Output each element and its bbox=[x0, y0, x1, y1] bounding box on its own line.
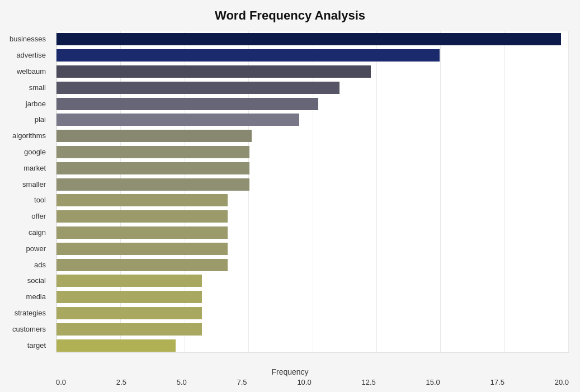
x-tick-label: 0.0 bbox=[56, 378, 66, 386]
bar bbox=[56, 243, 228, 255]
bar-row bbox=[56, 210, 568, 223]
y-axis-label: google bbox=[24, 148, 50, 156]
bar bbox=[56, 82, 339, 94]
x-tick-label: 12.5 bbox=[361, 378, 375, 386]
bar-row bbox=[56, 49, 568, 62]
x-tick-label: 7.5 bbox=[237, 378, 247, 386]
y-axis-label: tool bbox=[34, 196, 50, 204]
x-tick-label: 5.0 bbox=[177, 378, 187, 386]
bar bbox=[56, 226, 228, 239]
y-axis-label: caign bbox=[29, 228, 50, 237]
y-axis-label: social bbox=[27, 276, 50, 285]
y-axis: businessesadvertisewelbaumsmalljarboepla… bbox=[0, 31, 53, 353]
x-axis-label: Frequency bbox=[0, 367, 580, 376]
chart-title: Word Frequency Analysis bbox=[0, 8, 580, 23]
bar bbox=[56, 210, 228, 223]
y-axis-label: algorithms bbox=[12, 131, 50, 140]
bar bbox=[56, 49, 440, 62]
bar bbox=[56, 98, 318, 110]
bar bbox=[56, 65, 371, 78]
bar bbox=[56, 291, 202, 303]
bar bbox=[56, 130, 252, 142]
y-axis-label: market bbox=[23, 163, 50, 172]
chart-area bbox=[56, 31, 569, 353]
x-tick-label: 15.0 bbox=[426, 378, 440, 386]
bar-row bbox=[56, 194, 568, 206]
bar-row bbox=[56, 33, 568, 45]
y-axis-label: welbaum bbox=[17, 67, 50, 75]
bar-row bbox=[56, 146, 568, 158]
bar-row bbox=[56, 307, 568, 319]
bar-row bbox=[56, 275, 568, 287]
bar bbox=[56, 146, 249, 158]
bar bbox=[56, 323, 202, 336]
bar-row bbox=[56, 323, 568, 336]
y-axis-label: target bbox=[27, 341, 50, 349]
chart-container: Word Frequency Analysis businessesadvert… bbox=[0, 0, 580, 392]
x-tick-label: 20.0 bbox=[555, 378, 569, 386]
y-axis-label: strategies bbox=[15, 309, 50, 317]
bar bbox=[56, 259, 228, 271]
bar bbox=[56, 339, 176, 352]
x-tick-label: 17.5 bbox=[491, 378, 504, 386]
y-axis-label: plai bbox=[35, 115, 50, 124]
bars-container bbox=[56, 31, 568, 352]
bar-row bbox=[56, 130, 568, 142]
x-axis: 0.02.55.07.510.012.515.017.520.0 bbox=[56, 378, 569, 386]
y-axis-label: media bbox=[26, 292, 50, 301]
bar bbox=[56, 33, 561, 45]
bar bbox=[56, 178, 249, 191]
bar-row bbox=[56, 114, 568, 126]
bar-row bbox=[56, 82, 568, 94]
bar bbox=[56, 114, 299, 126]
bar-row bbox=[56, 291, 568, 303]
bar-row bbox=[56, 259, 568, 271]
bar bbox=[56, 162, 249, 174]
y-axis-label: businesses bbox=[10, 35, 50, 43]
y-axis-label: customers bbox=[12, 324, 50, 333]
x-tick-label: 10.0 bbox=[297, 378, 311, 386]
bar-row bbox=[56, 243, 568, 255]
bar-row bbox=[56, 226, 568, 239]
bar-row bbox=[56, 162, 568, 174]
y-axis-label: offer bbox=[31, 212, 50, 220]
y-axis-label: smaller bbox=[22, 180, 50, 188]
bar bbox=[56, 307, 202, 319]
bar bbox=[56, 194, 228, 206]
bar-row bbox=[56, 178, 568, 191]
gridline bbox=[568, 31, 569, 352]
y-axis-label: power bbox=[26, 244, 50, 252]
x-tick-label: 2.5 bbox=[116, 378, 126, 386]
y-axis-label: ads bbox=[34, 260, 50, 268]
y-axis-label: jarboe bbox=[26, 99, 50, 107]
y-axis-label: advertise bbox=[16, 51, 50, 59]
bar-row bbox=[56, 65, 568, 78]
y-axis-label: small bbox=[29, 83, 50, 91]
bar-row bbox=[56, 98, 568, 110]
bar bbox=[56, 275, 202, 287]
bar-row bbox=[56, 339, 568, 352]
